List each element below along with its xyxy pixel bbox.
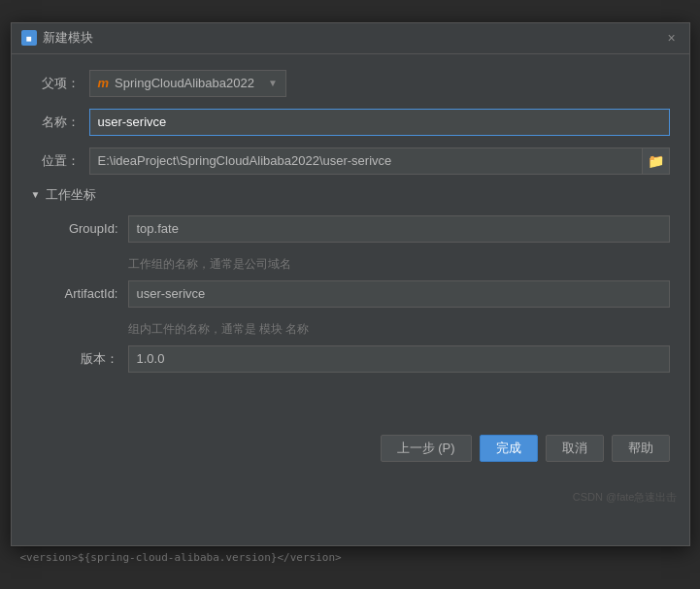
parent-module-icon: m — [98, 76, 110, 90]
version-control-wrap — [128, 345, 670, 373]
help-button[interactable]: 帮助 — [612, 435, 670, 462]
location-input[interactable] — [89, 147, 643, 175]
dialog-title: 新建模块 — [43, 29, 93, 47]
code-bar-text: <version>${spring-cloud-alibaba.version}… — [20, 551, 342, 564]
parent-row: 父项： m SpringCloudAlibaba2022 ▼ — [31, 70, 670, 97]
watermark: CSDN @fate急速出击 — [573, 490, 678, 505]
version-row: 版本： — [50, 345, 670, 373]
browse-button[interactable]: 📁 — [643, 147, 670, 175]
parent-select[interactable]: m SpringCloudAlibaba2022 ▼ — [89, 70, 286, 97]
artifactid-control-wrap — [128, 280, 670, 308]
groupid-input[interactable] — [128, 215, 670, 243]
close-button[interactable]: × — [664, 30, 680, 46]
title-bar-left: ■ 新建模块 — [21, 29, 93, 47]
location-control-wrap: 📁 — [89, 147, 670, 175]
code-bar: <version>${spring-cloud-alibaba.version}… — [11, 546, 690, 568]
maven-coords-section: GroupId: 工作组的名称，通常是公司域名 ArtifactId: 组内工件… — [31, 215, 670, 373]
groupid-hint: 工作组的名称，通常是公司域名 — [50, 254, 670, 280]
dialog-body: 父项： m SpringCloudAlibaba2022 ▼ 名称： — [12, 54, 689, 400]
artifactid-input[interactable] — [128, 280, 670, 308]
groupid-row: GroupId: — [50, 215, 670, 243]
dialog-footer: 上一步 (P) 完成 取消 帮助 — [12, 419, 689, 477]
cancel-button[interactable]: 取消 — [546, 435, 604, 462]
dialog: ■ 新建模块 × 父项： m SpringCloudAlibaba2022 ▼ — [11, 22, 690, 546]
parent-module-name: SpringCloudAlibaba2022 — [115, 76, 254, 90]
section-header: ▼ 工作坐标 — [31, 186, 670, 204]
location-label: 位置： — [31, 152, 89, 170]
location-row: 位置： 📁 — [31, 147, 670, 175]
dropdown-arrow-icon: ▼ — [268, 78, 278, 88]
name-input[interactable] — [89, 109, 670, 136]
name-label: 名称： — [31, 114, 89, 131]
dialog-container: ■ 新建模块 × 父项： m SpringCloudAlibaba2022 ▼ — [11, 22, 690, 568]
finish-button[interactable]: 完成 — [480, 435, 538, 462]
artifactid-label: ArtifactId: — [50, 286, 128, 301]
title-bar: ■ 新建模块 × — [12, 23, 689, 54]
version-label: 版本： — [50, 350, 128, 368]
dialog-icon: ■ — [21, 30, 37, 46]
section-title: 工作坐标 — [46, 186, 96, 204]
parent-label: 父项： — [31, 75, 89, 92]
parent-control-wrap: m SpringCloudAlibaba2022 ▼ — [89, 70, 670, 97]
collapse-icon[interactable]: ▼ — [31, 189, 41, 200]
name-row: 名称： — [31, 109, 670, 136]
groupid-label: GroupId: — [50, 221, 128, 236]
artifactid-row: ArtifactId: — [50, 280, 670, 308]
folder-icon: 📁 — [648, 153, 664, 169]
name-control-wrap — [89, 109, 670, 136]
groupid-control-wrap — [128, 215, 670, 243]
artifactid-hint: 组内工件的名称，通常是 模块 名称 — [50, 319, 670, 345]
prev-button[interactable]: 上一步 (P) — [381, 435, 472, 462]
version-input[interactable] — [128, 345, 670, 373]
